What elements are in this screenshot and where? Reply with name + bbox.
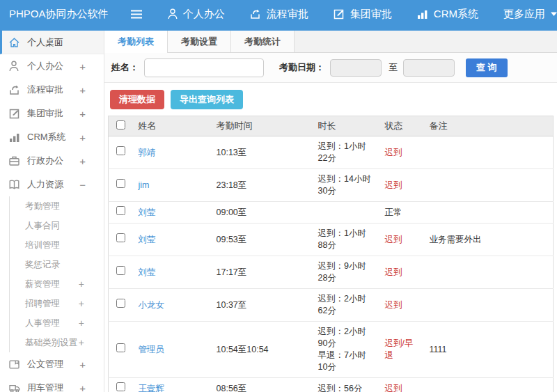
date-start-input[interactable] bbox=[330, 59, 382, 77]
row-select-cell bbox=[109, 169, 133, 202]
expander-plus-icon[interactable]: + bbox=[79, 84, 86, 96]
duration-cell: 迟到：2小时90分早退：7小时10分 bbox=[313, 322, 379, 378]
name-label: 姓名： bbox=[111, 61, 139, 74]
status-cell: 迟到/早退 bbox=[379, 322, 424, 378]
name-input[interactable] bbox=[144, 58, 264, 77]
nav-item-group-approval[interactable]: 集团审批 bbox=[334, 8, 392, 21]
expander-plus-icon[interactable]: + bbox=[79, 298, 84, 309]
time-cell: 09:53至 bbox=[211, 224, 313, 256]
select-all-header bbox=[109, 116, 133, 136]
sidebar-item-label: 个人桌面 bbox=[27, 36, 63, 49]
row-checkbox[interactable] bbox=[116, 343, 125, 352]
chart-icon bbox=[417, 9, 428, 19]
sidebar-subitem-salary-mgmt[interactable]: 薪资管理+ bbox=[10, 274, 104, 294]
export-list-button[interactable]: 导出查询列表 bbox=[171, 90, 243, 109]
person-icon bbox=[168, 8, 178, 19]
attendance-table-container: 姓名考勤时间时长状态备注 郭靖10:13至迟到：1小时22分迟到jim23:18… bbox=[104, 116, 557, 392]
sidebar-subitem-label: 培训管理 bbox=[25, 240, 60, 251]
expander-plus-icon[interactable]: + bbox=[79, 359, 86, 370]
sidebar-item-admin-office[interactable]: 行政办公+ bbox=[0, 149, 104, 173]
note-cell bbox=[424, 169, 554, 202]
expander-plus-icon[interactable]: + bbox=[79, 317, 84, 329]
time-cell: 10:54至10:54 bbox=[211, 322, 313, 378]
sidebar-subitem-label: 人事管理 bbox=[25, 317, 60, 329]
sidebar-item-document-mgmt[interactable]: 公文管理+ bbox=[0, 352, 104, 376]
row-checkbox[interactable] bbox=[116, 382, 125, 391]
clean-data-button[interactable]: 清理数据 bbox=[110, 90, 164, 109]
row-select-cell bbox=[109, 202, 133, 224]
row-checkbox[interactable] bbox=[116, 179, 125, 188]
sidebar: 个人桌面个人办公+流程审批+集团审批+CRM系统+行政办公+人力资源−考勤管理人… bbox=[0, 31, 104, 392]
app-logo: PHPOA协同办公软件 bbox=[0, 8, 115, 21]
employee-name-link[interactable]: 小龙女 bbox=[139, 300, 165, 310]
expander-plus-icon[interactable]: + bbox=[79, 155, 86, 167]
sidebar-subitem-label: 基础类别设置 bbox=[25, 337, 77, 349]
employee-name-link[interactable]: 刘莹 bbox=[139, 267, 156, 277]
employee-name-link[interactable]: 管理员 bbox=[139, 345, 165, 354]
sidebar-item-workflow-approval[interactable]: 流程审批+ bbox=[0, 78, 104, 102]
doc-icon bbox=[9, 360, 21, 369]
expander-plus-icon[interactable]: + bbox=[79, 279, 84, 290]
select-all-checkbox[interactable] bbox=[116, 120, 125, 130]
date-end-input[interactable] bbox=[403, 59, 455, 77]
note-cell: 业务需要外出 bbox=[424, 224, 554, 256]
name-cell: 刘莹 bbox=[133, 256, 211, 289]
status-cell: 正常 bbox=[379, 202, 424, 224]
sidebar-item-crm[interactable]: CRM系统+ bbox=[0, 125, 104, 149]
sidebar-item-label: 公文管理 bbox=[27, 358, 63, 370]
search-button[interactable]: 查 询 bbox=[466, 58, 508, 77]
row-checkbox[interactable] bbox=[116, 266, 125, 275]
menu-toggle-icon[interactable] bbox=[130, 10, 143, 19]
nav-item-crm[interactable]: CRM系统 bbox=[417, 8, 478, 21]
expander-plus-icon[interactable]: + bbox=[79, 382, 86, 392]
expander-plus-icon[interactable]: + bbox=[79, 337, 84, 348]
expander-plus-icon[interactable]: + bbox=[79, 108, 86, 120]
name-cell: 小龙女 bbox=[133, 289, 211, 322]
duration-cell: 迟到：9小时28分 bbox=[313, 256, 379, 289]
duration-cell: 迟到：2小时62分 bbox=[313, 289, 379, 322]
employee-name-link[interactable]: 王壹辉 bbox=[139, 384, 165, 392]
nav-item-label: 流程审批 bbox=[267, 8, 308, 21]
sidebar-item-label: 集团审批 bbox=[27, 107, 63, 120]
column-header: 状态 bbox=[379, 116, 424, 136]
nav-item-label: 更多应用 bbox=[503, 8, 545, 21]
employee-name-link[interactable]: 刘莹 bbox=[139, 207, 156, 217]
sidebar-subitem-base-category-settings[interactable]: 基础类别设置+ bbox=[10, 333, 104, 352]
sidebar-item-hr[interactable]: 人力资源− bbox=[0, 173, 104, 196]
employee-name-link[interactable]: jim bbox=[139, 180, 150, 190]
tab-attendance-setup[interactable]: 考勤设置 bbox=[168, 31, 231, 52]
tab-attendance-list[interactable]: 考勤列表 bbox=[104, 31, 168, 53]
row-checkbox[interactable] bbox=[116, 233, 125, 242]
expander-plus-icon[interactable]: + bbox=[79, 132, 86, 143]
sidebar-submenu-hr: 考勤管理人事合同培训管理奖惩记录薪资管理+招聘管理+人事管理+基础类别设置+ bbox=[9, 196, 104, 352]
nav-item-more-apps[interactable]: 更多应用 bbox=[503, 8, 557, 21]
sidebar-item-personal-office[interactable]: 个人办公+ bbox=[0, 54, 104, 78]
employee-name-link[interactable]: 郭靖 bbox=[139, 148, 156, 157]
nav-item-workflow-approval[interactable]: 流程审批 bbox=[250, 8, 308, 21]
row-select-cell bbox=[109, 289, 133, 322]
sidebar-subitem-training-mgmt[interactable]: 培训管理 bbox=[10, 235, 104, 255]
row-checkbox[interactable] bbox=[116, 146, 125, 155]
expander-plus-icon[interactable]: + bbox=[79, 61, 86, 72]
nav-item-personal-office[interactable]: 个人办公 bbox=[168, 8, 225, 21]
row-checkbox[interactable] bbox=[116, 206, 125, 215]
time-cell: 08:56至 bbox=[211, 378, 313, 392]
sidebar-subitem-recruit-mgmt[interactable]: 招聘管理+ bbox=[10, 294, 104, 313]
tab-attendance-stats[interactable]: 考勤统计 bbox=[231, 31, 295, 52]
sidebar-subitem-reward-punishment[interactable]: 奖惩记录 bbox=[10, 255, 104, 274]
date-label: 考勤日期： bbox=[279, 61, 324, 74]
sidebar-item-personal-desktop[interactable]: 个人桌面 bbox=[0, 31, 104, 54]
row-checkbox[interactable] bbox=[116, 299, 125, 308]
sidebar-subitem-personnel-mgmt[interactable]: 人事管理+ bbox=[10, 313, 104, 333]
sidebar-item-group-approval[interactable]: 集团审批+ bbox=[0, 102, 104, 125]
sidebar-subitem-label: 招聘管理 bbox=[25, 298, 60, 310]
table-row: jim23:18至迟到：14小时30分迟到 bbox=[109, 169, 554, 202]
name-cell: 管理员 bbox=[133, 322, 211, 378]
note-cell bbox=[424, 289, 554, 322]
flow-icon bbox=[9, 84, 21, 95]
expander-minus-icon[interactable]: − bbox=[79, 179, 86, 191]
sidebar-subitem-hr-contract[interactable]: 人事合同 bbox=[10, 216, 104, 235]
sidebar-item-vehicle-mgmt[interactable]: 用车管理+ bbox=[0, 376, 104, 392]
sidebar-subitem-attendance-mgmt[interactable]: 考勤管理 bbox=[10, 196, 104, 216]
employee-name-link[interactable]: 刘莹 bbox=[139, 235, 156, 244]
